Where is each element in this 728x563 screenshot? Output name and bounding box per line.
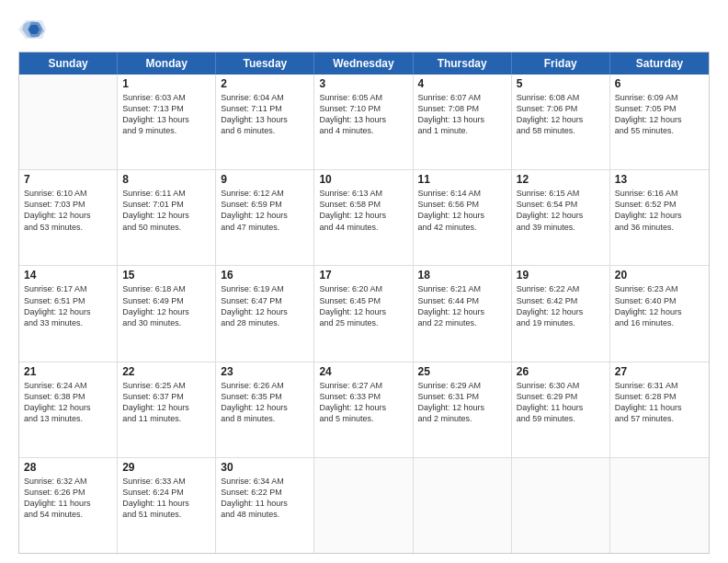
page: SundayMondayTuesdayWednesdayThursdayFrid… (0, 0, 728, 563)
day-number: 17 (319, 269, 407, 282)
calendar-cell (19, 75, 118, 169)
cell-info-line: Sunrise: 6:18 AM (122, 283, 210, 294)
cell-info-line: Sunrise: 6:10 AM (24, 188, 112, 199)
calendar-cell: 14Sunrise: 6:17 AMSunset: 6:51 PMDayligh… (19, 266, 118, 361)
day-number: 22 (122, 365, 210, 378)
cell-info-line: Sunrise: 6:11 AM (122, 188, 210, 199)
cell-info-line: and 22 minutes. (418, 317, 506, 328)
day-number: 26 (517, 365, 605, 378)
cell-info-line: Sunset: 7:01 PM (122, 199, 210, 210)
header-day-saturday: Saturday (610, 52, 709, 75)
calendar-cell: 4Sunrise: 6:07 AMSunset: 7:08 PMDaylight… (414, 75, 512, 169)
calendar-cell: 9Sunrise: 6:12 AMSunset: 6:59 PMDaylight… (216, 170, 314, 265)
cell-info-line: and 48 minutes. (221, 509, 309, 520)
calendar-cell: 19Sunrise: 6:22 AMSunset: 6:42 PMDayligh… (512, 266, 610, 361)
cell-info-line: and 13 minutes. (24, 413, 112, 424)
cell-info-line: Daylight: 12 hours (615, 114, 704, 125)
header-day-friday: Friday (512, 52, 610, 75)
calendar-week-4: 28Sunrise: 6:32 AMSunset: 6:26 PMDayligh… (19, 458, 709, 553)
cell-info-line: and 51 minutes. (122, 509, 210, 520)
cell-info-line: Sunset: 7:08 PM (418, 103, 506, 114)
cell-info-line: Sunrise: 6:04 AM (221, 92, 309, 103)
cell-info-line: Sunrise: 6:27 AM (319, 380, 407, 391)
calendar-header: SundayMondayTuesdayWednesdayThursdayFrid… (19, 52, 709, 75)
cell-info-line: Daylight: 13 hours (122, 114, 210, 125)
cell-info-line: Sunset: 6:22 PM (221, 487, 309, 498)
day-number: 5 (517, 77, 605, 90)
cell-info-line: and 25 minutes. (319, 317, 407, 328)
calendar-cell: 12Sunrise: 6:15 AMSunset: 6:54 PMDayligh… (512, 170, 610, 265)
logo-icon (18, 17, 46, 42)
cell-info-line: Daylight: 12 hours (517, 306, 605, 317)
cell-info-line: Daylight: 12 hours (24, 402, 112, 413)
cell-info-line: Sunrise: 6:13 AM (319, 188, 407, 199)
cell-info-line: Sunrise: 6:22 AM (517, 283, 605, 294)
calendar-body: 1Sunrise: 6:03 AMSunset: 7:13 PMDaylight… (19, 75, 709, 553)
cell-info-line: Sunrise: 6:17 AM (24, 283, 112, 294)
cell-info-line: Sunset: 6:54 PM (517, 199, 605, 210)
cell-info-line: Sunset: 6:56 PM (418, 199, 506, 210)
cell-info-line: and 8 minutes. (221, 413, 309, 424)
cell-info-line: and 16 minutes. (615, 317, 704, 328)
cell-info-line: Sunset: 6:40 PM (615, 295, 704, 306)
cell-info-line: and 1 minute. (418, 125, 506, 136)
calendar-cell: 28Sunrise: 6:32 AMSunset: 6:26 PMDayligh… (19, 458, 118, 553)
cell-info-line: Sunrise: 6:05 AM (319, 92, 407, 103)
calendar-cell: 16Sunrise: 6:19 AMSunset: 6:47 PMDayligh… (216, 266, 314, 361)
cell-info-line: Sunset: 6:52 PM (615, 199, 704, 210)
cell-info-line: Sunrise: 6:32 AM (24, 476, 112, 487)
cell-info-line: Sunset: 6:26 PM (24, 487, 112, 498)
cell-info-line: Daylight: 13 hours (221, 114, 309, 125)
cell-info-line: and 28 minutes. (221, 317, 309, 328)
cell-info-line: Daylight: 12 hours (517, 114, 605, 125)
cell-info-line: and 5 minutes. (319, 413, 407, 424)
cell-info-line: Sunrise: 6:33 AM (122, 476, 210, 487)
cell-info-line: Daylight: 11 hours (24, 498, 112, 509)
cell-info-line: Sunrise: 6:26 AM (221, 380, 309, 391)
day-number: 1 (122, 77, 210, 90)
calendar-week-3: 21Sunrise: 6:24 AMSunset: 6:38 PMDayligh… (19, 362, 709, 458)
cell-info-line: Daylight: 12 hours (418, 402, 506, 413)
logo (18, 17, 50, 42)
cell-info-line: and 2 minutes. (418, 413, 506, 424)
calendar-cell: 2Sunrise: 6:04 AMSunset: 7:11 PMDaylight… (216, 75, 314, 169)
cell-info-line: Sunrise: 6:19 AM (221, 283, 309, 294)
cell-info-line: Daylight: 12 hours (221, 306, 309, 317)
cell-info-line: Sunrise: 6:23 AM (615, 283, 704, 294)
cell-info-line: Daylight: 12 hours (221, 402, 309, 413)
cell-info-line: and 55 minutes. (615, 125, 704, 136)
cell-info-line: and 47 minutes. (221, 222, 309, 233)
cell-info-line: and 39 minutes. (517, 222, 605, 233)
header-day-sunday: Sunday (19, 52, 118, 75)
calendar-cell: 13Sunrise: 6:16 AMSunset: 6:52 PMDayligh… (610, 170, 709, 265)
cell-info-line: Sunset: 6:59 PM (221, 199, 309, 210)
cell-info-line: Daylight: 12 hours (615, 210, 704, 221)
cell-info-line: Daylight: 12 hours (122, 210, 210, 221)
header-day-wednesday: Wednesday (314, 52, 413, 75)
cell-info-line: Sunset: 7:03 PM (24, 199, 112, 210)
calendar-cell: 20Sunrise: 6:23 AMSunset: 6:40 PMDayligh… (610, 266, 709, 361)
day-number: 21 (24, 365, 112, 378)
cell-info-line: Daylight: 12 hours (615, 306, 704, 317)
calendar-week-0: 1Sunrise: 6:03 AMSunset: 7:13 PMDaylight… (19, 75, 709, 170)
cell-info-line: Sunset: 6:37 PM (122, 391, 210, 402)
cell-info-line: and 11 minutes. (122, 413, 210, 424)
cell-info-line: Sunset: 7:13 PM (122, 103, 210, 114)
day-number: 12 (517, 173, 605, 186)
cell-info-line: Sunrise: 6:21 AM (418, 283, 506, 294)
cell-info-line: Daylight: 12 hours (319, 402, 407, 413)
day-number: 13 (615, 173, 704, 186)
cell-info-line: Sunset: 6:42 PM (517, 295, 605, 306)
cell-info-line: Sunrise: 6:25 AM (122, 380, 210, 391)
calendar-cell: 11Sunrise: 6:14 AMSunset: 6:56 PMDayligh… (414, 170, 512, 265)
cell-info-line: Sunset: 6:45 PM (319, 295, 407, 306)
cell-info-line: Daylight: 12 hours (319, 210, 407, 221)
cell-info-line: Daylight: 11 hours (221, 498, 309, 509)
cell-info-line: Daylight: 13 hours (418, 114, 506, 125)
cell-info-line: and 58 minutes. (517, 125, 605, 136)
cell-info-line: Daylight: 12 hours (122, 402, 210, 413)
cell-info-line: Daylight: 12 hours (517, 210, 605, 221)
cell-info-line: Sunrise: 6:03 AM (122, 92, 210, 103)
cell-info-line: Sunset: 6:24 PM (122, 487, 210, 498)
cell-info-line: and 19 minutes. (517, 317, 605, 328)
